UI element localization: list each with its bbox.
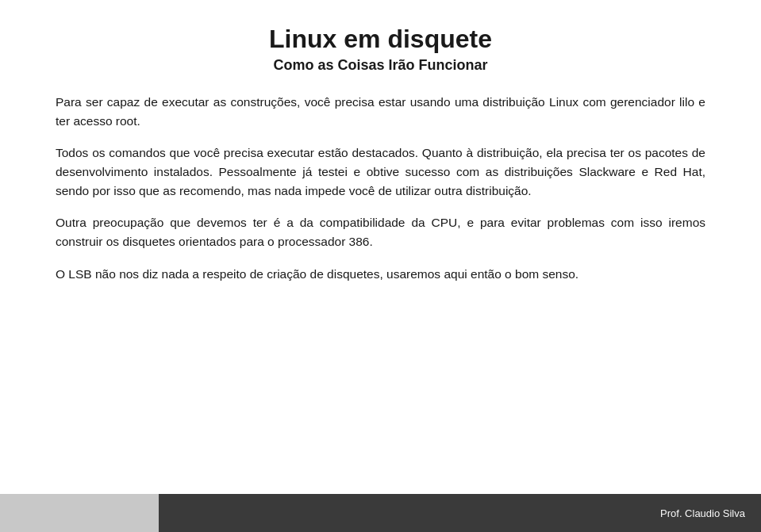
paragraph-2: Todos os comandos que você precisa execu… <box>56 144 705 201</box>
footer-bar: Prof. Claudio Silva <box>0 494 761 532</box>
footer-middle-block <box>159 494 586 532</box>
page-title: Linux em disquete <box>56 24 705 54</box>
paragraph-3: Outra preocupação que devemos ter é a da… <box>56 213 705 251</box>
paragraph-4: O LSB não nos diz nada a respeito de cri… <box>56 265 705 284</box>
content-area: Linux em disquete Como as Coisas Irão Fu… <box>0 0 761 494</box>
footer-left-block <box>0 494 159 532</box>
page-container: Linux em disquete Como as Coisas Irão Fu… <box>0 0 761 532</box>
footer-right-block: Prof. Claudio Silva <box>586 494 761 532</box>
paragraph-1: Para ser capaz de executar as construçõe… <box>56 93 705 131</box>
footer-author: Prof. Claudio Silva <box>660 507 745 519</box>
page-subtitle: Como as Coisas Irão Funcionar <box>56 57 705 74</box>
